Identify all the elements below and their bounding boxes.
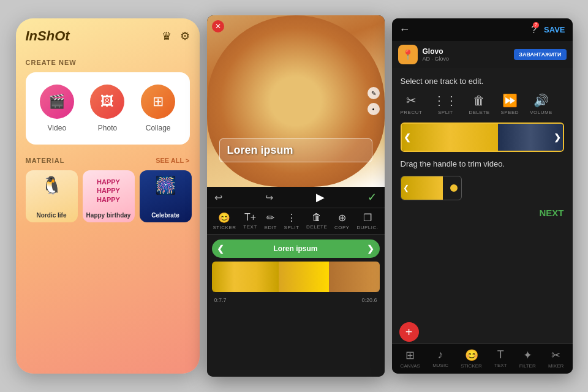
sticker-label-b: STICKER bbox=[461, 363, 482, 369]
edit-dot-bottom[interactable]: • bbox=[368, 103, 380, 115]
ad-name: Glovo bbox=[423, 47, 450, 56]
close-button[interactable]: ✕ bbox=[212, 20, 224, 32]
tool-copy[interactable]: ⊕ COPY bbox=[334, 212, 350, 230]
volume-label: VOLUME bbox=[530, 110, 552, 115]
speed-tool[interactable]: ⏩ SPEED bbox=[501, 93, 519, 115]
phone1: InShOt ♛ ⚙ CREATE NEW 🎬 Video 🖼 Photo bbox=[16, 18, 200, 374]
track-right-chevron[interactable]: ❯ bbox=[554, 132, 561, 142]
text-overlay-box[interactable]: Loren ipsum bbox=[219, 138, 372, 162]
material-label: MATERIAL bbox=[26, 157, 65, 164]
delete-tool[interactable]: 🗑 DELETE bbox=[469, 94, 489, 115]
precut-tool[interactable]: ✂ PRECUT bbox=[401, 93, 423, 115]
sticker-label: STICKER bbox=[213, 225, 236, 230]
header-right: ? 7 SAVE bbox=[531, 24, 565, 36]
tool-sticker[interactable]: 😊 STICKER bbox=[213, 212, 236, 230]
canvas-tool[interactable]: ⊞ CANVAS bbox=[401, 349, 420, 369]
video-strip bbox=[212, 262, 380, 292]
collage-label: Collage bbox=[146, 124, 171, 132]
copy-icon: ⊕ bbox=[338, 212, 346, 224]
speed-icon: ⏩ bbox=[502, 93, 518, 108]
sticker-tool-b[interactable]: 😊 STICKER bbox=[461, 349, 482, 369]
volume-tool[interactable]: 🔊 VOLUME bbox=[530, 93, 552, 115]
undo-icon[interactable]: ↩ bbox=[214, 192, 222, 203]
text-track-label: Loren ipsum bbox=[273, 244, 317, 253]
track-right-arrow: ❯ bbox=[367, 244, 374, 254]
canvas-icon: ⊞ bbox=[405, 349, 415, 362]
create-item-photo[interactable]: 🖼 Photo bbox=[90, 85, 124, 132]
tool-duplic[interactable]: ❐ DUPLIC. bbox=[356, 212, 378, 230]
redo-icon[interactable]: ↪ bbox=[265, 192, 273, 203]
text-track[interactable]: ❮ Loren ipsum ❯ bbox=[212, 239, 380, 258]
edit-label: EDIT bbox=[265, 225, 277, 230]
select-track-text: Select one track to edit. bbox=[401, 77, 564, 86]
check-icon[interactable]: ✓ bbox=[368, 190, 377, 204]
scissors-icon: ✂ bbox=[406, 93, 417, 108]
back-arrow-icon[interactable]: ← bbox=[399, 23, 410, 36]
tool-text[interactable]: T+ TEXT bbox=[243, 212, 257, 230]
video-label: Video bbox=[48, 124, 66, 132]
tool-edit[interactable]: ✏ EDIT bbox=[265, 212, 277, 230]
track-left-arrow: ❮ bbox=[217, 244, 224, 254]
volume-icon: 🔊 bbox=[533, 93, 549, 108]
cat-image-area: ✕ Loren ipsum ✎ • bbox=[207, 15, 385, 187]
material-row: 🐧 Nordic life HAPPYHAPPYHAPPY Happy birt… bbox=[26, 170, 190, 222]
video-frame-3 bbox=[329, 262, 379, 292]
trash-icon: 🗑 bbox=[473, 94, 485, 108]
phone2-controls: ↩ ↪ ▶ ✓ bbox=[207, 187, 385, 208]
save-button[interactable]: SAVE bbox=[544, 25, 565, 34]
mixer-tool[interactable]: ✂ MIXER bbox=[548, 349, 564, 369]
video-frame-1 bbox=[212, 262, 279, 292]
filter-label: FILTER bbox=[519, 363, 536, 369]
phone3-main: Select one track to edit. ✂ PRECUT ⋮⋮ SP… bbox=[392, 68, 573, 343]
mini-track[interactable]: ❮ bbox=[401, 176, 462, 200]
see-all-button[interactable]: SEE ALL > bbox=[156, 157, 189, 164]
tool-delete[interactable]: 🗑 DELETE bbox=[306, 212, 327, 230]
video-track-main[interactable]: ❮ ❯ bbox=[401, 123, 564, 152]
header-icons: ♛ ⚙ bbox=[162, 29, 190, 43]
phone3-bottom-toolbar: ⊞ CANVAS ♪ MUSIC 😊 STICKER T TEXT ✦ FILT… bbox=[392, 343, 573, 374]
time-end: 0:20.6 bbox=[361, 297, 377, 303]
phones-container: InShOt ♛ ⚙ CREATE NEW 🎬 Video 🖼 Photo bbox=[4, 3, 585, 389]
photo-icon-circle: 🖼 bbox=[90, 85, 124, 119]
text-label: TEXT bbox=[243, 224, 257, 230]
celebrate-icon: 🎆 bbox=[155, 175, 176, 195]
settings-icon[interactable]: ⚙ bbox=[180, 29, 190, 43]
ad-tag: AD · Glovo bbox=[423, 56, 450, 62]
celebrate-label: Celebrate bbox=[140, 212, 192, 219]
mini-track-dot bbox=[450, 184, 458, 192]
edit-dot-top[interactable]: ✎ bbox=[368, 87, 380, 99]
play-icon[interactable]: ▶ bbox=[316, 190, 325, 204]
music-icon: ♪ bbox=[438, 349, 443, 361]
ad-icon: 📍 bbox=[398, 45, 418, 64]
add-button[interactable]: + bbox=[399, 322, 419, 342]
track-left-chevron[interactable]: ❮ bbox=[404, 132, 411, 142]
material-card-celebrate[interactable]: 🎆 Celebrate bbox=[140, 170, 192, 222]
phone1-header: InShOt ♛ ⚙ bbox=[26, 28, 190, 44]
phone2: ✕ Loren ipsum ✎ • ↩ ↪ ▶ ✓ 😊 STICKER T+ bbox=[207, 15, 385, 377]
notification-badge: 7 bbox=[533, 22, 539, 28]
photo-label: Photo bbox=[98, 124, 117, 132]
split-tool[interactable]: ⋮⋮ SPLIT bbox=[433, 93, 458, 115]
filter-tool[interactable]: ✦ FILTER bbox=[519, 349, 536, 369]
tool-split[interactable]: ⋮ SPLIT bbox=[284, 212, 300, 230]
create-item-video[interactable]: 🎬 Video bbox=[40, 85, 74, 132]
ad-download-button[interactable]: ЗАВАНТАЖИТИ bbox=[514, 49, 566, 60]
filter-icon: ✦ bbox=[523, 349, 532, 362]
text-tool-b[interactable]: T TEXT bbox=[494, 349, 507, 369]
help-button[interactable]: ? 7 bbox=[531, 24, 537, 36]
birthday-text: HAPPYHAPPYHAPPY bbox=[83, 178, 135, 204]
phone2-toolbar: 😊 STICKER T+ TEXT ✏ EDIT ⋮ SPLIT 🗑 DELET… bbox=[207, 208, 385, 235]
material-card-nordic[interactable]: 🐧 Nordic life bbox=[26, 170, 78, 222]
split3-icon: ⋮⋮ bbox=[433, 93, 458, 108]
delete-icon: 🗑 bbox=[312, 212, 322, 223]
drag-trim-text: Drag the handle to trim video. bbox=[401, 159, 564, 168]
text-icon: T+ bbox=[244, 212, 256, 223]
crown-icon[interactable]: ♛ bbox=[162, 29, 172, 43]
music-tool[interactable]: ♪ MUSIC bbox=[432, 349, 448, 369]
next-button[interactable]: NEXT bbox=[401, 208, 564, 218]
text-icon-b: T bbox=[497, 349, 504, 361]
create-item-collage[interactable]: ⊞ Collage bbox=[141, 85, 175, 132]
material-card-birthday[interactable]: HAPPYHAPPYHAPPY Happy birthday bbox=[83, 170, 135, 222]
split-label3: SPLIT bbox=[438, 110, 453, 115]
collage-icon: ⊞ bbox=[153, 94, 164, 110]
